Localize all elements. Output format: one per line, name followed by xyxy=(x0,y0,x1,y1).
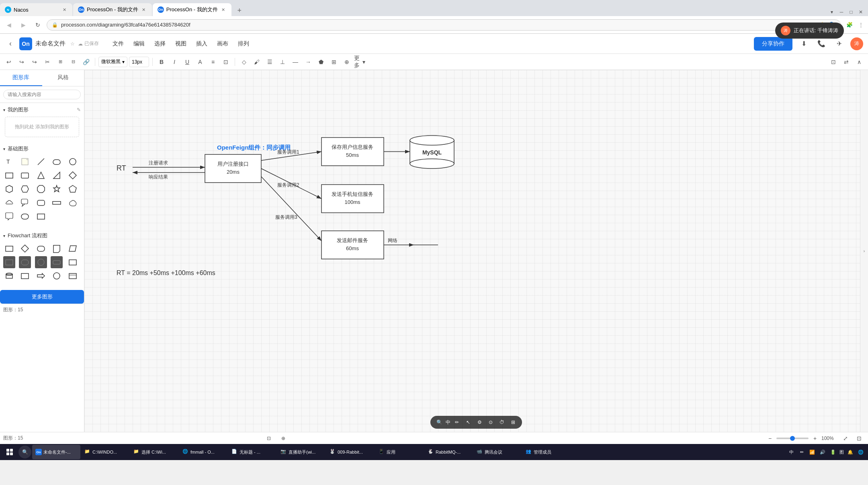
minimize-btn[interactable]: ─ xyxy=(837,8,845,16)
share2-btn[interactable]: ⇄ xyxy=(841,56,852,68)
fc-dark2[interactable] xyxy=(19,256,31,268)
tab-processon2[interactable]: On ProcessOn - 我的文件 ✕ 涛 正在讲话: 千锋涛涛 xyxy=(153,3,231,16)
download-icon[interactable]: ⬇ xyxy=(797,37,810,50)
italic-btn[interactable]: I xyxy=(169,56,180,68)
shape-star[interactable] xyxy=(51,183,63,195)
extra-btn[interactable]: ⊕ xyxy=(341,56,352,68)
fc-dark4[interactable] xyxy=(51,256,63,268)
undo-btn[interactable]: ↩ xyxy=(3,56,14,68)
shape-rect2[interactable] xyxy=(19,169,31,181)
user-avatar[interactable]: 涛 xyxy=(850,37,863,50)
web-icon[interactable]: 🌐 xyxy=(857,448,865,456)
tab-processon1-close[interactable]: ✕ xyxy=(141,6,147,13)
fit-btn[interactable]: ⊡ xyxy=(263,433,274,444)
taskbar-search-btn[interactable]: 🔍 xyxy=(18,446,31,458)
menu-insert[interactable]: 插入 xyxy=(192,39,211,49)
shape-btn[interactable]: ⬟ xyxy=(315,56,327,68)
shape-rect[interactable] xyxy=(3,169,15,181)
tab-nacos-close[interactable]: ✕ xyxy=(61,6,68,13)
font-family-select[interactable]: 微软雅黑 ▾ xyxy=(98,57,127,67)
my-shapes-edit-icon[interactable]: ✎ xyxy=(77,107,81,113)
zoom-in-tool[interactable]: ⊕ xyxy=(278,433,289,444)
taskbar-members[interactable]: 👥 管理成员 xyxy=(522,445,571,459)
menu-view[interactable]: 视图 xyxy=(171,39,190,49)
fc-rect4[interactable] xyxy=(67,270,79,282)
paste-img-btn[interactable]: ⊟ xyxy=(68,56,79,68)
underline-btn[interactable]: U xyxy=(182,56,193,68)
redo-btn[interactable]: ↪ xyxy=(16,56,27,68)
taskbar-rabbit[interactable]: 🐰 009-Rabbit... xyxy=(326,445,375,459)
fc-rounded[interactable] xyxy=(35,242,47,255)
font-color-btn[interactable]: A xyxy=(194,56,206,68)
menu-file[interactable]: 文件 xyxy=(108,39,128,49)
shape-rect3[interactable] xyxy=(35,210,47,222)
basic-shapes-header[interactable]: ▾ 基础图形 xyxy=(3,145,81,152)
taskbar-live[interactable]: 📷 直播助手(wi... xyxy=(277,445,326,459)
shape-note[interactable] xyxy=(19,156,31,168)
ft-cursor-btn[interactable]: ↖ xyxy=(463,417,473,427)
address-bar[interactable]: 🔒 processon.com/diagraming/63fcaf4a76e61… xyxy=(47,19,841,31)
ft-target-btn[interactable]: ⊙ xyxy=(486,417,495,427)
tab-style[interactable]: 风格 xyxy=(42,70,84,86)
extra-zoom-btn[interactable]: ⊡ xyxy=(854,433,865,444)
taskbar-notepad[interactable]: 📄 无标题 - ... xyxy=(228,445,276,459)
line-btn[interactable]: — xyxy=(290,56,301,68)
fc-para[interactable] xyxy=(67,242,79,255)
ft-clock-btn[interactable]: ⏱ xyxy=(497,417,507,427)
menu-select[interactable]: 选择 xyxy=(150,39,170,49)
tab-processon1[interactable]: On ProcessOn - 我的文件 ✕ xyxy=(73,3,152,16)
taskbar-app[interactable]: 📱 应用 xyxy=(375,445,424,459)
settings-icon[interactable]: ⋮ xyxy=(857,21,865,29)
sys-battery-icon[interactable]: 🔋 xyxy=(829,448,837,456)
font-size-input[interactable]: 13px xyxy=(129,57,149,67)
title-star-icon[interactable]: ☆ xyxy=(70,41,75,47)
align2-btn[interactable]: ☰ xyxy=(264,56,275,68)
new-tab-button[interactable]: + xyxy=(234,5,245,16)
shape-wide-rect[interactable] xyxy=(51,197,63,209)
forward-btn[interactable]: ▶ xyxy=(18,19,29,31)
fc-diamond[interactable] xyxy=(19,242,31,255)
shape-rounded-rect2[interactable] xyxy=(35,197,47,209)
cut-btn[interactable]: ✂ xyxy=(42,56,53,68)
shape-diamond[interactable] xyxy=(67,169,79,181)
tab-list-btn[interactable]: ▾ xyxy=(828,8,836,16)
link-btn[interactable]: 🔗 xyxy=(80,56,92,68)
fill-btn[interactable]: ◇ xyxy=(238,56,250,68)
fc-arrow[interactable] xyxy=(35,270,47,282)
shape-circle[interactable] xyxy=(67,156,79,168)
paint-btn[interactable]: 🖌 xyxy=(251,56,262,68)
shape-line[interactable] xyxy=(35,156,47,168)
extensions-btn[interactable]: 🧩 xyxy=(845,21,854,29)
sys-wifi-icon[interactable]: 📶 xyxy=(808,448,816,456)
zoom-out-btn[interactable]: − xyxy=(766,434,774,442)
preview-btn[interactable]: ⊡ xyxy=(828,56,839,68)
shape-right-triangle[interactable] xyxy=(51,169,63,181)
bold-btn[interactable]: B xyxy=(156,56,167,68)
share-button[interactable]: 分享协作 xyxy=(754,37,792,51)
shape-text[interactable]: T xyxy=(3,156,15,168)
windows-start-btn[interactable] xyxy=(2,445,18,459)
shape-rounded-rect[interactable] xyxy=(51,156,63,168)
more-shapes-button[interactable]: 更多图形 xyxy=(0,290,84,304)
phone-icon[interactable]: 📞 xyxy=(815,37,828,50)
sys-sound-icon[interactable]: 🔊 xyxy=(819,448,827,456)
taskbar-explorer2[interactable]: 📁 选择 C:\Wi... xyxy=(130,445,178,459)
maximize-btn[interactable]: □ xyxy=(847,8,855,16)
shape-rounded2[interactable] xyxy=(19,210,31,222)
taskbar-browser[interactable]: 🌐 fmmall - O... xyxy=(179,445,227,459)
notification-center-icon[interactable]: 🔔 xyxy=(846,448,854,456)
group-btn[interactable]: ⊞ xyxy=(328,56,340,68)
fc-cylinder[interactable] xyxy=(3,270,15,282)
position-btn[interactable]: ⊥ xyxy=(277,56,288,68)
menu-edit[interactable]: 编辑 xyxy=(129,39,149,49)
shape-speech[interactable] xyxy=(3,210,15,222)
fc-dark1[interactable] xyxy=(3,256,15,268)
shape-pentagon[interactable] xyxy=(67,183,79,195)
fc-rect2[interactable] xyxy=(67,256,79,268)
canvas-area[interactable]: RT OpenFeign组件：同步调用 用户注册接口 20ms 保存用户信息服务… xyxy=(84,70,868,432)
taskbar-tencent[interactable]: 📹 腾讯会议 xyxy=(473,445,522,459)
fullscreen-btn[interactable]: ⤢ xyxy=(840,433,851,444)
shape-hexagon2[interactable] xyxy=(19,183,31,195)
fc-rect[interactable] xyxy=(3,242,15,255)
back-btn[interactable]: ◀ xyxy=(3,19,14,31)
